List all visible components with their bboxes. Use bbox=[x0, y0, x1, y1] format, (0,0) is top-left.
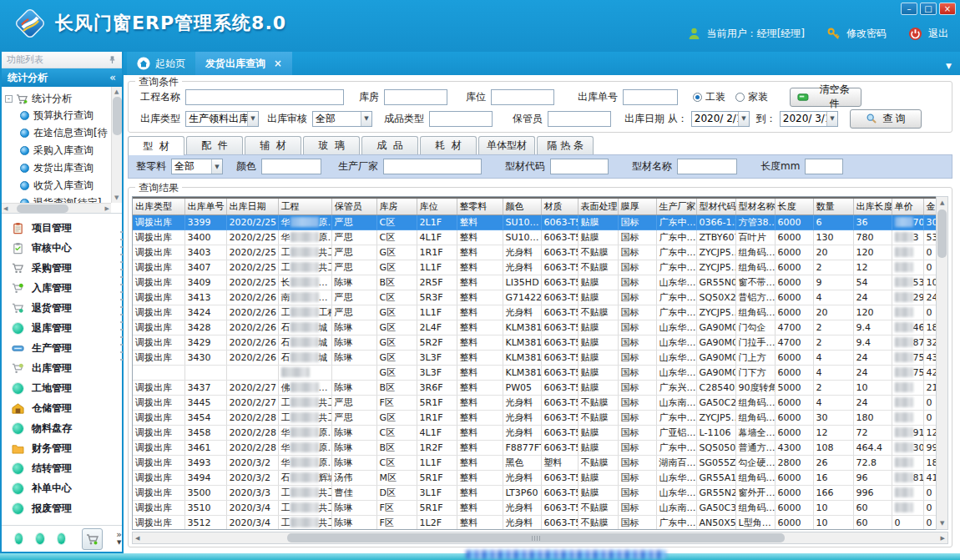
sidebar-splitter[interactable] bbox=[120, 231, 123, 365]
change-password-link[interactable]: 修改密码 bbox=[846, 27, 887, 41]
table-row[interactable]: 调拨出库35002020/3/3工共工程曹佳D区3L1F整料LT3P606063… bbox=[133, 485, 947, 500]
profile-name-input[interactable] bbox=[677, 159, 737, 174]
material-tab-4[interactable]: 成 品 bbox=[361, 136, 418, 154]
date-from-select[interactable]: 2020/ 2/16▼ bbox=[691, 111, 750, 127]
keeper-input[interactable] bbox=[548, 111, 611, 127]
scroll-down-icon[interactable]: ▼ bbox=[114, 194, 119, 201]
radio-engineering[interactable]: 工装 bbox=[693, 90, 725, 104]
close-button[interactable]: × bbox=[939, 3, 956, 15]
tree-item-receipt-inbound-query[interactable]: 收货入库查询 bbox=[5, 177, 110, 194]
table-row[interactable]: 调拨出库34132020/2/26南…严思C区5R3F整料G714226063-… bbox=[133, 290, 947, 305]
table-row[interactable]: 调拨出库34292020/2/26石城陈琳G区5R2F整料KLM38176063… bbox=[133, 335, 947, 350]
clear-conditions-button[interactable]: 清空条件 bbox=[790, 88, 861, 107]
tree-item-transit-info-query[interactable]: 在途信息查询[待 bbox=[5, 124, 110, 142]
maximize-button[interactable]: □ bbox=[920, 3, 937, 15]
table-row[interactable]: 调拨出库34072020/2/25工共工程严思G区1L1F整料光身料6063-T… bbox=[133, 260, 947, 275]
material-tab-7[interactable]: 隔 热 条 bbox=[537, 136, 594, 154]
minimize-button[interactable]: – bbox=[901, 3, 917, 15]
scroll-right-icon[interactable]: ▶ bbox=[941, 535, 945, 542]
table-row[interactable]: 调拨出库34452020/2/27工共工程严思F区5R1F整料光身料6063-T… bbox=[133, 395, 947, 410]
tree-horizontal-scrollbar[interactable]: ◀ ▶ bbox=[2, 203, 111, 213]
sidebar-item-audit-center[interactable]: 审核中心 bbox=[2, 238, 122, 258]
scroll-left-icon[interactable]: ◀ bbox=[135, 535, 139, 542]
sidebar-item-return-store[interactable]: 退库管理 bbox=[2, 318, 122, 338]
module-dot-icon[interactable] bbox=[58, 533, 65, 544]
table-row[interactable]: 调拨出库34612020/2/28华原…陈琳B区1R2F整料F8877FT606… bbox=[133, 440, 947, 455]
scroll-right-icon[interactable]: ▶ bbox=[105, 205, 109, 212]
scrollbar-thumb[interactable] bbox=[937, 209, 947, 258]
scroll-up-icon[interactable]: ▲ bbox=[114, 88, 119, 95]
table-row[interactable]: 调拨出库34282020/2/26石城陈琳G区2L4F整料KLM38176063… bbox=[133, 320, 947, 335]
table-row[interactable]: 调拨出库34582020/2/28华原…陈琳C区4L1F整料光身料6063-T5… bbox=[133, 425, 947, 440]
sidebar-item-carryover[interactable]: 结转管理 bbox=[2, 458, 122, 478]
table-row[interactable]: 调拨出库35122020/3/4工共工程陈琳F区1L2F整料光身料6063-T5… bbox=[133, 515, 947, 530]
sidebar-item-purchase[interactable]: 采购管理 bbox=[2, 258, 122, 278]
section-bar-statistics[interactable]: 统计分析 « bbox=[2, 68, 122, 87]
table-row[interactable]: 调拨出库34032020/2/25工共工程严思G区1R1F整料光身料6063-T… bbox=[133, 245, 947, 260]
col-header-10[interactable]: 表面处理 bbox=[578, 198, 618, 214]
table-row[interactable]: 调拨出库34942020/3/2石辉城汤伟M区5R1F整料光身料6063-T5贴… bbox=[133, 470, 947, 485]
material-tab-2[interactable]: 辅 材 bbox=[245, 136, 301, 154]
tab-home[interactable]: 起始页 bbox=[127, 52, 195, 75]
tab-shipment-outbound-query[interactable]: 发货出库查询 × bbox=[195, 52, 292, 75]
logout-link[interactable]: 退出 bbox=[928, 27, 948, 41]
module-dot-icon[interactable] bbox=[15, 533, 23, 544]
col-header-3[interactable]: 工程 bbox=[278, 198, 331, 214]
grid-horizontal-scrollbar[interactable]: ◀ ▶ bbox=[132, 532, 948, 544]
manufacturer-input[interactable] bbox=[383, 159, 482, 174]
col-header-4[interactable]: 保管员 bbox=[331, 198, 376, 214]
sidebar-item-inbound[interactable]: 入库管理 bbox=[2, 278, 122, 298]
col-header-2[interactable]: 出库日期 bbox=[226, 198, 278, 214]
col-header-6[interactable]: 库位 bbox=[417, 198, 457, 214]
outbound-type-select[interactable]: 生产领料出库▼ bbox=[185, 111, 259, 127]
profile-code-input[interactable] bbox=[550, 159, 609, 174]
sidebar-item-site[interactable]: 工地管理 bbox=[2, 378, 122, 398]
col-header-11[interactable]: 膜厚 bbox=[618, 198, 656, 214]
overflow-button[interactable]: »▼ bbox=[116, 532, 122, 546]
warehouse-input[interactable] bbox=[384, 89, 447, 105]
material-tab-5[interactable]: 耗 材 bbox=[420, 136, 477, 154]
col-header-16[interactable]: 数量 bbox=[813, 198, 853, 214]
sidebar-item-production[interactable]: 生产管理 bbox=[2, 338, 122, 358]
grid-vertical-scrollbar[interactable]: ▲ ▼ bbox=[936, 196, 948, 530]
col-header-1[interactable]: 出库单号 bbox=[184, 198, 226, 214]
col-header-15[interactable]: 长度 bbox=[775, 198, 813, 214]
pin-icon[interactable] bbox=[108, 55, 117, 64]
material-tab-3[interactable]: 玻 璃 bbox=[303, 136, 360, 154]
material-tab-1[interactable]: 配 件 bbox=[186, 136, 243, 154]
sidebar-item-reorder[interactable]: 补单中心 bbox=[2, 478, 122, 498]
table-row[interactable]: 调拨出库34302020/2/26石城陈琳G区3L3F整料KLM38176063… bbox=[133, 350, 947, 365]
tab-list-dropdown-icon[interactable]: ▼ bbox=[946, 62, 952, 70]
project-name-input[interactable] bbox=[185, 89, 344, 105]
tree-root-statistics[interactable]: - 统计分析 bbox=[5, 90, 110, 107]
sidebar-item-finance[interactable]: 财务管理 bbox=[2, 438, 122, 458]
search-button[interactable]: 查 询 bbox=[850, 109, 922, 129]
table-row[interactable]: G区3L3F整料KLM38176063-T5贴膜国标山东华…GA90M09…门下… bbox=[133, 365, 947, 380]
scroll-left-icon[interactable]: ◀ bbox=[3, 205, 8, 212]
radio-home-decor[interactable]: 家装 bbox=[735, 90, 768, 104]
col-header-7[interactable]: 整零料 bbox=[457, 198, 503, 214]
module-dot-icon[interactable] bbox=[36, 533, 43, 544]
sidebar-item-project[interactable]: 项目管理 bbox=[2, 218, 122, 238]
scrollbar-thumb[interactable] bbox=[287, 533, 784, 542]
whole-piece-select[interactable]: 全部▼ bbox=[171, 159, 223, 174]
scroll-down-icon[interactable]: ▼ bbox=[940, 520, 944, 527]
material-tab-6[interactable]: 单体型材 bbox=[478, 136, 535, 154]
tree-item-return-query[interactable]: 退货查询[待定] bbox=[5, 194, 110, 203]
sidebar-item-inventory[interactable]: 物料盘存 bbox=[2, 418, 122, 438]
tree-item-purchase-inbound-query[interactable]: 采购入库查询 bbox=[5, 142, 110, 159]
sidebar-item-scrap[interactable]: 报废管理 bbox=[2, 498, 122, 518]
table-row[interactable]: 调拨出库33992020/2/25华原…严思C区2L1F整料SU10…6063-… bbox=[133, 214, 947, 230]
col-header-0[interactable]: 出库类型 bbox=[133, 198, 184, 214]
sidebar-item-returns[interactable]: 退货管理 bbox=[2, 298, 122, 318]
product-type-input[interactable] bbox=[429, 111, 493, 127]
col-header-5[interactable]: 库房 bbox=[376, 198, 417, 214]
scrollbar-thumb[interactable] bbox=[17, 204, 68, 213]
table-row[interactable]: 调拨出库34242020/2/26工工程严思G区1L1F整料光身料6063-T5… bbox=[133, 305, 947, 320]
col-header-14[interactable]: 型材名称 bbox=[735, 198, 775, 214]
audit-select[interactable]: 全部▼ bbox=[312, 111, 372, 127]
col-header-18[interactable]: 单价 bbox=[892, 198, 923, 214]
date-to-select[interactable]: 2020/ 3/16▼ bbox=[780, 111, 838, 127]
col-header-17[interactable]: 出库长度 bbox=[853, 198, 892, 214]
sidebar-item-warehouse[interactable]: 仓储管理 bbox=[2, 398, 122, 418]
